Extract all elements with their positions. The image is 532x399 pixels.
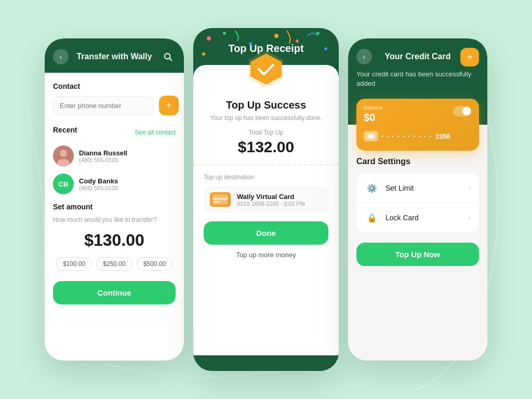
- destination-info: Wally Virtual Card 0318-1608-2105 · 3:02…: [237, 193, 305, 207]
- svg-rect-19: [368, 135, 374, 138]
- destination-card-name: Wally Virtual Card: [237, 193, 305, 201]
- total-label: Total Top Up: [249, 129, 284, 136]
- phone1-header: ‹ Transfer with Wally: [45, 38, 184, 73]
- quick-amounts: $100.00 $250.00 $500.00: [53, 257, 176, 271]
- svg-rect-16: [212, 197, 228, 200]
- success-message: Your credit card has been successfully a…: [356, 70, 479, 88]
- svg-rect-17: [214, 201, 220, 203]
- contact-info-dianna: Dianna Russell (480) 555-0103: [79, 149, 127, 163]
- card-last4: 2356: [435, 132, 450, 140]
- back-button-3[interactable]: ‹: [356, 49, 372, 64]
- quick-amount-250[interactable]: $250.00: [96, 257, 132, 271]
- phone-transfer: ‹ Transfer with Wally Contact + Recent S…: [45, 38, 184, 361]
- phone1-title: Transfer with Wally: [76, 52, 152, 61]
- quick-amount-500[interactable]: $500.00: [137, 257, 172, 271]
- svg-point-8: [274, 34, 278, 38]
- destination-card-details: 0318-1608-2105 · 3:02 PM: [237, 201, 305, 207]
- phones-container: ‹ Transfer with Wally Contact + Recent S…: [45, 28, 487, 371]
- contact-label: Contact: [53, 82, 176, 90]
- success-title: Top Up Success: [226, 99, 306, 111]
- set-amount-desc: How much would you like to transfer?: [53, 216, 176, 223]
- top-up-more-link[interactable]: Top up more money: [236, 251, 296, 259]
- contact-name: Dianna Russell: [79, 149, 127, 157]
- avatar-cody: CB: [53, 174, 74, 194]
- phone1-body: Contact + Recent See all contact: [45, 73, 184, 361]
- amount-display: $130.00: [53, 231, 176, 250]
- phone2-footer: [193, 355, 339, 371]
- avatar-dianna: [53, 145, 74, 166]
- see-all-link[interactable]: See all contact: [135, 129, 176, 136]
- quick-amount-100[interactable]: $100.00: [56, 257, 92, 271]
- back-button[interactable]: ‹: [53, 49, 69, 64]
- svg-point-5: [207, 36, 211, 41]
- contact-info-cody: Cody Banks (406) 555-0120: [79, 177, 118, 191]
- card-toggle[interactable]: [453, 106, 472, 116]
- lock-card-label: Lock Card: [385, 214, 462, 222]
- svg-point-3: [60, 150, 67, 157]
- phone-input[interactable]: [53, 96, 154, 115]
- set-amount-label: Set amount: [53, 203, 176, 211]
- svg-line-1: [169, 58, 171, 60]
- gear-icon: ⚙️: [365, 181, 379, 195]
- continue-button[interactable]: Continue: [53, 281, 176, 304]
- destination-label: Top up destination: [204, 174, 254, 181]
- set-limit-label: Set Limit: [385, 184, 462, 192]
- chevron-right-icon: ›: [468, 214, 471, 222]
- recent-label: Recent: [53, 126, 77, 134]
- set-amount-section: Set amount How much would you like to tr…: [53, 203, 176, 304]
- success-icon: [245, 48, 287, 92]
- phone3-header: ‹ Your Credit Card Your credit card has …: [348, 38, 487, 125]
- settings-item-lock[interactable]: 🔒 Lock Card ›: [356, 203, 479, 232]
- card-number-row: • • • • • • • • • • 2356: [364, 131, 472, 141]
- card-settings-title: Card Settings: [356, 157, 479, 166]
- done-button[interactable]: Done: [204, 221, 328, 245]
- contact-input-row: +: [53, 96, 176, 115]
- destination-card: Wally Virtual Card 0318-1608-2105 · 3:02…: [204, 186, 328, 213]
- contact-name: Cody Banks: [79, 177, 118, 185]
- contact-item[interactable]: CB Cody Banks (406) 555-0120: [53, 174, 176, 194]
- card-dots: • • • • • • • • • •: [381, 134, 432, 139]
- credit-card: Balance $0 • • • • • • • • • • 2356: [356, 99, 479, 151]
- contact-phone: (406) 555-0120: [79, 185, 118, 191]
- contact-item[interactable]: Dianna Russell (480) 555-0103: [53, 145, 176, 166]
- settings-item-limit[interactable]: ⚙️ Set Limit ›: [356, 174, 479, 203]
- total-amount: $132.00: [238, 138, 294, 156]
- phone3-title: Your Credit Card: [385, 52, 451, 61]
- phone2-body: Top Up Success Your top up has been succ…: [193, 65, 339, 355]
- card-chip-icon: [364, 131, 378, 141]
- settings-list: ⚙️ Set Limit › 🔒 Lock Card ›: [356, 174, 479, 232]
- contact-phone: (480) 555-0103: [79, 157, 127, 163]
- search-icon[interactable]: [160, 49, 176, 64]
- svg-point-10: [316, 32, 320, 35]
- phone3-body: Card Settings ⚙️ Set Limit › 🔒 Lock Card…: [348, 125, 487, 361]
- phone-receipt: Top Up Receipt Top Up Success Your top u…: [193, 28, 339, 371]
- plus-button[interactable]: +: [460, 48, 479, 66]
- recent-header: Recent See all contact: [53, 126, 176, 139]
- topup-now-button[interactable]: Top Up Now: [356, 243, 479, 266]
- chevron-right-icon: ›: [468, 184, 471, 192]
- phone-credit-card: ‹ Your Credit Card Your credit card has …: [348, 38, 487, 361]
- success-desc: Your top up has been successfully done.: [210, 114, 322, 122]
- svg-point-6: [223, 32, 226, 35]
- divider: [193, 164, 339, 165]
- card-mini-icon: [210, 192, 231, 207]
- add-contact-button[interactable]: +: [159, 96, 179, 115]
- lock-icon: 🔒: [365, 210, 379, 225]
